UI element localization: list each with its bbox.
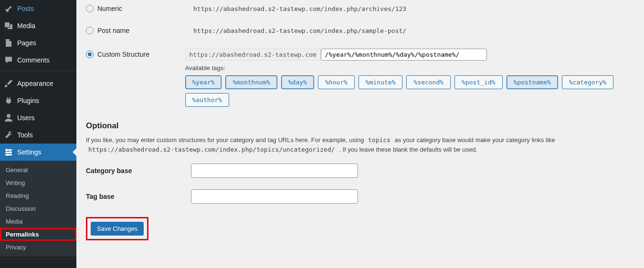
radio-postname[interactable] <box>86 27 94 34</box>
example-url: https://abashedroad.s2-tastewp.com/index… <box>191 26 409 36</box>
available-tags-label: Available tags: <box>185 64 635 72</box>
tag-day[interactable]: %day% <box>281 75 314 89</box>
tag-second[interactable]: %second% <box>406 75 451 89</box>
page-icon <box>4 38 13 48</box>
menu-label: Users <box>17 114 35 122</box>
menu-label: Posts <box>17 5 34 12</box>
plug-icon <box>4 96 13 105</box>
tag-category[interactable]: %category% <box>562 75 613 89</box>
category-base-label: Category base <box>86 167 191 175</box>
media-icon <box>4 21 13 31</box>
radio-label: Numeric <box>97 5 122 12</box>
radio-label: Post name <box>97 27 129 34</box>
submenu-writing[interactable]: Writing <box>0 176 76 189</box>
menu-label: Settings <box>17 148 42 156</box>
submenu-general[interactable]: General <box>0 164 76 176</box>
sidebar-item-tools[interactable]: Tools <box>0 126 76 144</box>
svg-rect-4 <box>6 149 7 151</box>
optional-description: If you like, you may enter custom struct… <box>86 135 634 154</box>
sidebar-item-settings[interactable]: Settings <box>0 144 76 161</box>
save-changes-button[interactable]: Save Changes <box>91 222 144 236</box>
menu-label: Tools <box>17 131 33 139</box>
tag-year[interactable]: %year% <box>185 75 222 89</box>
menu-label: Comments <box>17 56 50 64</box>
svg-point-0 <box>7 114 11 118</box>
sidebar-item-plugins[interactable]: Plugins <box>0 92 76 109</box>
wrench-icon <box>4 130 13 140</box>
menu-label: Media <box>17 22 35 30</box>
pin-icon <box>4 4 13 13</box>
radio-numeric[interactable] <box>86 5 94 12</box>
submenu-media[interactable]: Media <box>0 215 76 228</box>
custom-url-prefix: https://abashedroad.s2-tastewp.com <box>185 49 321 61</box>
main-content: Numeric https://abashedroad.s2-tastewp.c… <box>76 0 644 268</box>
sidebar-item-appearance[interactable]: Appearance <box>0 75 76 92</box>
settings-submenu: General Writing Reading Discussion Media… <box>0 161 76 257</box>
tag-base-input[interactable] <box>191 189 358 204</box>
optional-heading: Optional <box>86 121 634 131</box>
admin-sidebar: Posts Media Pages Comments Appearance Pl… <box>0 0 76 268</box>
sidebar-item-media[interactable]: Media <box>0 17 76 34</box>
menu-label: Pages <box>17 39 36 47</box>
sidebar-item-posts[interactable]: Posts <box>0 0 76 17</box>
menu-label: Plugins <box>17 97 39 104</box>
brush-icon <box>4 79 13 88</box>
sidebar-item-redirection[interactable]: Redirection <box>0 263 76 268</box>
sidebar-item-users[interactable]: Users <box>0 109 76 126</box>
tag-post-id[interactable]: %post_id% <box>454 75 502 89</box>
submenu-permalinks[interactable]: Permalinks <box>0 228 76 241</box>
settings-icon <box>4 147 13 157</box>
available-tags: %year% %monthnum% %day% %hour% %minute% … <box>185 75 635 107</box>
sidebar-item-pages[interactable]: Pages <box>0 34 76 52</box>
tag-postname[interactable]: %postname% <box>507 75 558 89</box>
sidebar-item-comments[interactable]: Comments <box>0 52 76 69</box>
comment-icon <box>4 55 13 65</box>
save-button-wrap: Save Changes <box>86 217 148 240</box>
permalink-option-postname: Post name https://abashedroad.s2-tastewp… <box>86 27 634 34</box>
radio-label: Custom Structure <box>97 51 149 58</box>
category-base-row: Category base <box>86 164 634 178</box>
submenu-privacy[interactable]: Privacy <box>0 241 76 254</box>
tag-minute[interactable]: %minute% <box>359 75 403 89</box>
radio-custom[interactable] <box>86 51 94 58</box>
menu-label: Appearance <box>17 80 53 87</box>
tag-hour[interactable]: %hour% <box>318 75 355 89</box>
svg-rect-6 <box>7 154 8 156</box>
submenu-discussion[interactable]: Discussion <box>0 202 76 215</box>
tag-monthnum[interactable]: %monthnum% <box>225 75 277 89</box>
example-url: https://abashedroad.s2-tastewp.com/index… <box>191 4 409 14</box>
svg-rect-5 <box>10 151 11 154</box>
tag-base-label: Tag base <box>86 193 191 200</box>
svg-rect-3 <box>5 154 12 155</box>
permalink-option-numeric: Numeric https://abashedroad.s2-tastewp.c… <box>86 5 634 12</box>
submenu-reading[interactable]: Reading <box>0 189 76 202</box>
tag-author[interactable]: %author% <box>185 93 230 107</box>
tag-base-row: Tag base <box>86 189 634 204</box>
category-base-input[interactable] <box>191 164 358 178</box>
svg-rect-2 <box>5 152 12 153</box>
permalink-option-custom: Custom Structure https://abashedroad.s2-… <box>86 49 634 107</box>
user-icon <box>4 113 13 123</box>
custom-structure-input[interactable] <box>321 49 487 61</box>
